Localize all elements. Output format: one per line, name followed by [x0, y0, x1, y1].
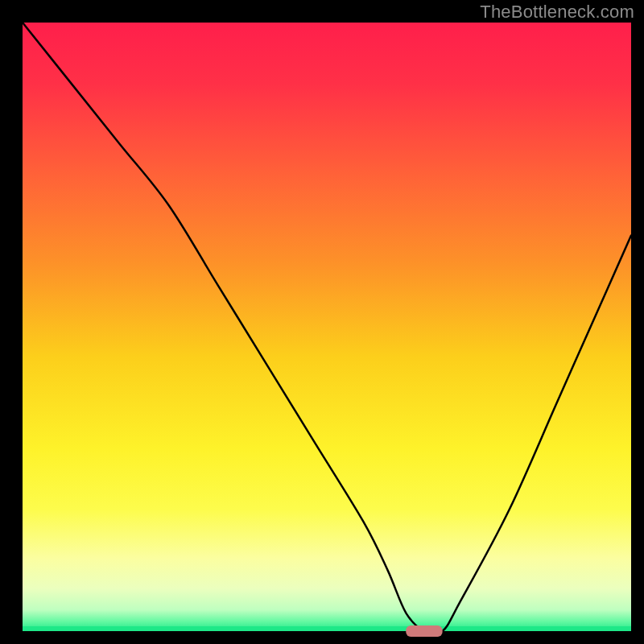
plot-background [23, 23, 631, 631]
optimal-marker [406, 625, 442, 637]
bottleneck-chart [0, 0, 644, 644]
baseline-strip [23, 626, 631, 631]
chart-container: TheBottleneck.com [0, 0, 644, 644]
watermark-text: TheBottleneck.com [480, 2, 634, 23]
